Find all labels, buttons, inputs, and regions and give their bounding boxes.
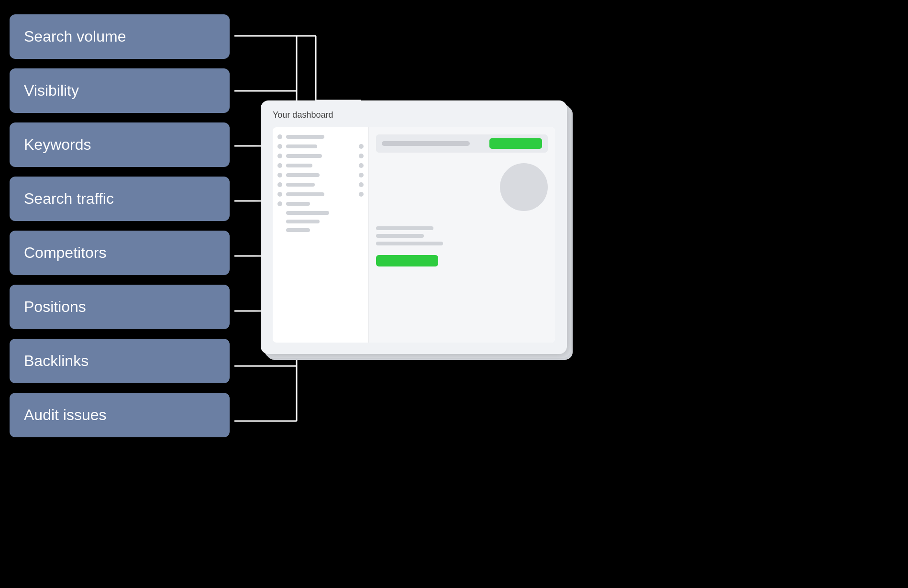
menu-item-search-volume[interactable]: Search volume [10,14,230,59]
dash-list-row [277,220,364,223]
dash-line [286,192,324,196]
menu-items-container: Search volume Visibility Keywords Search… [0,0,239,588]
dashboard-title: Your dashboard [273,110,555,120]
dash-text-line [376,242,443,245]
dash-line [286,228,310,232]
dash-line [286,154,322,158]
dash-dot [277,134,282,139]
dash-list-row [277,134,364,139]
dash-circle-visual [500,163,548,211]
menu-item-keywords[interactable]: Keywords [10,122,230,167]
dashboard-inner [273,127,555,343]
dash-text-line [376,226,433,230]
dash-list-row [277,154,364,158]
dash-line [286,211,329,215]
dash-top-bar [376,134,548,153]
dash-line [286,135,324,139]
dash-dot-right [359,182,364,187]
dash-green-button-top[interactable] [489,138,542,149]
dash-circle-area [376,158,548,216]
dash-list-row [277,144,364,149]
dash-list-row [277,173,364,178]
dash-dot [277,182,282,187]
dash-dot-right [359,154,364,158]
dash-dot-right [359,163,364,168]
menu-item-competitors[interactable]: Competitors [10,231,230,275]
dash-text-lines [376,226,548,245]
dash-dot [277,173,282,178]
dash-list-row [277,163,364,168]
dash-dot [277,163,282,168]
dash-list-row [277,201,364,206]
dash-line [286,183,315,187]
main-container: Search volume Visibility Keywords Search… [0,0,908,588]
menu-item-positions[interactable]: Positions [10,285,230,329]
dash-line [286,173,320,177]
dash-text-line [376,234,424,238]
dash-dot-right [359,173,364,178]
dash-dot [277,144,282,149]
dash-line [286,164,312,167]
dash-dot-right [359,144,364,149]
menu-item-search-traffic[interactable]: Search traffic [10,177,230,221]
menu-item-audit-issues[interactable]: Audit issues [10,393,230,437]
menu-item-visibility[interactable]: Visibility [10,68,230,113]
dash-dot-right [359,192,364,197]
dash-list-row [277,192,364,197]
dash-list-row [277,228,364,232]
dash-top-bar-line [382,141,470,146]
dash-dot [277,201,282,206]
menu-item-backlinks[interactable]: Backlinks [10,339,230,383]
dash-dot [277,192,282,197]
dash-line [286,202,310,206]
dash-right-panel [368,127,555,343]
dash-line [286,144,317,148]
dash-list-row [277,211,364,215]
dash-list-row [277,182,364,187]
dash-dot [277,154,282,158]
dash-list-panel [273,127,368,343]
dashboard-card: Your dashboard [261,100,567,354]
dash-green-button-bottom[interactable] [376,255,438,266]
dash-line [286,220,320,223]
